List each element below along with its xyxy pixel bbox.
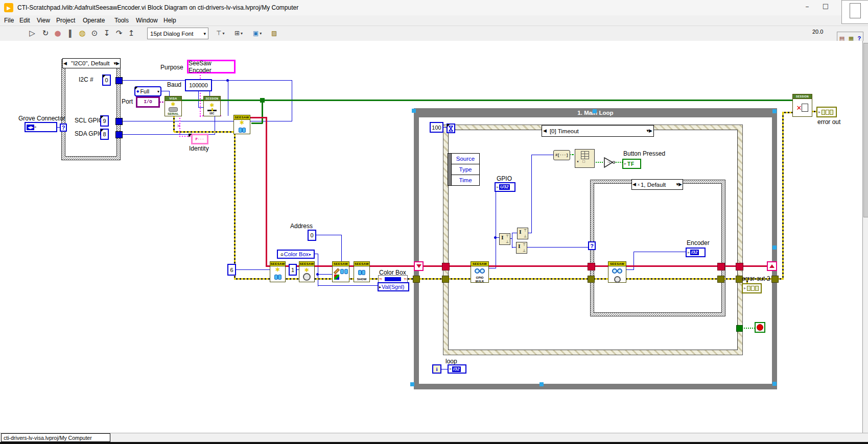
case-next-icon[interactable]: ▶	[678, 182, 682, 187]
tunnel[interactable]	[717, 276, 724, 283]
gpio-local-variable[interactable]: ▸ U32	[495, 182, 515, 192]
tunnel[interactable]	[442, 263, 450, 270]
inner-case-selector[interactable]: ◀ x 1, Default ▾ ▶	[631, 179, 683, 190]
maximize-button[interactable]: □	[819, 2, 832, 12]
case-selector-terminal[interactable]: ?	[60, 124, 67, 132]
loop-counter-indicator[interactable]: ▸ I32	[448, 364, 466, 374]
main-loop-right-border[interactable]	[772, 117, 777, 384]
address-constant[interactable]: 0	[308, 230, 316, 241]
timeout-constant[interactable]: 100	[430, 122, 443, 133]
main-loop-left-border[interactable]	[414, 117, 419, 384]
seesaw-neopixel-init-node[interactable]: SEESAW ∗	[270, 261, 286, 282]
grove-connector-control[interactable]: ◀▶ ▸	[25, 122, 57, 132]
tunnel[interactable]	[115, 118, 123, 125]
vertical-scrollbar[interactable]	[862, 41, 868, 433]
selection-handle[interactable]	[772, 109, 777, 113]
session-i2c-node[interactable]: SESSION ∗ I2C	[203, 96, 221, 116]
menu-project[interactable]: Project	[56, 16, 75, 25]
abort-icon[interactable]: ●	[52, 28, 63, 39]
resize-objects-button[interactable]: ▣▾	[251, 28, 263, 38]
case-prev-icon[interactable]: ◀	[632, 182, 636, 187]
event-data-time[interactable]: Time	[452, 175, 479, 185]
selection-handle[interactable]	[772, 382, 777, 386]
encoder-count-constant[interactable]: 1	[289, 264, 297, 276]
seesaw-encoder-init-node[interactable]: SEESAW ∗	[299, 261, 315, 282]
i2c-number-constant[interactable]: 0	[102, 75, 111, 86]
number-to-boolean-array-node[interactable]: #[···]	[553, 150, 570, 160]
shift-register-left[interactable]	[414, 261, 424, 271]
case-prev-icon[interactable]: ◀	[63, 61, 67, 66]
seesaw-set-pixel-color-node[interactable]: SEESAW	[332, 261, 349, 282]
tunnel[interactable]	[115, 77, 123, 84]
baud-constant[interactable]: 100000	[185, 79, 212, 91]
execution-target-tab[interactable]: cti-drivers-lv-visa.lvproj/My Computer	[1, 433, 110, 442]
event-next-icon[interactable]: ▶	[649, 129, 652, 133]
tunnel[interactable]	[588, 276, 595, 283]
selection-handle[interactable]	[412, 109, 416, 113]
menu-edit[interactable]: Edit	[19, 16, 30, 25]
run-continuous-icon[interactable]: ↻	[40, 28, 51, 39]
color-box-reference[interactable]: ⌂ Color Box ▸	[277, 250, 315, 259]
error-out-indicator[interactable]: ▸	[816, 107, 837, 117]
identity-constant[interactable]: P···	[191, 134, 208, 144]
session-close-node[interactable]: SESSION ✕	[792, 94, 812, 117]
index-array-node[interactable]: ∎˙ □	[575, 149, 595, 168]
tunnel[interactable]	[736, 263, 743, 270]
scl-gpio-constant[interactable]: 9	[100, 115, 109, 127]
selection-handle[interactable]	[772, 245, 777, 250]
tunnel[interactable]	[771, 276, 779, 283]
pause-icon[interactable]: ‖	[64, 28, 76, 39]
case-next-icon[interactable]: ▶	[116, 61, 120, 66]
distribute-objects-button[interactable]: ⊞▾	[233, 28, 244, 38]
color-box-indicator[interactable]: ?! ?!	[378, 275, 408, 283]
tunnel[interactable]	[115, 131, 123, 138]
seesaw-show-node[interactable]: SEESAW SHOW	[354, 261, 370, 282]
minimize-button[interactable]: –	[800, 2, 814, 12]
visa-serial-node[interactable]: VISA ∗ SERIAL	[165, 96, 182, 116]
clean-up-diagram-button[interactable]: ▨	[270, 28, 278, 38]
error-out-2-indicator[interactable]: ▸	[742, 283, 762, 293]
menu-help[interactable]: Help	[163, 16, 176, 25]
seesaw-init-node[interactable]: SEESAW ∗	[233, 115, 250, 134]
menu-operate[interactable]: Operate	[83, 16, 105, 25]
tunnel[interactable]	[717, 263, 725, 270]
tunnel[interactable]	[736, 325, 743, 332]
pixel-count-constant[interactable]: 6	[227, 264, 236, 276]
seesaw-encoder-position-node[interactable]: SEESAW	[608, 261, 626, 283]
event-selector-label[interactable]: [0] Timeout	[550, 128, 647, 134]
floating-window[interactable]	[841, 0, 868, 24]
swap-bytes-node[interactable]: I ⊤ ⊥	[517, 228, 528, 239]
menu-tools[interactable]: Tools	[114, 16, 129, 25]
sda-gpio-constant[interactable]: 8	[100, 129, 109, 140]
iteration-terminal[interactable]: i	[432, 364, 441, 374]
step-into-icon[interactable]: ↧	[101, 28, 112, 39]
val-signal-property-node[interactable]: ▸ Val(Sgnl)	[378, 282, 409, 291]
inner-case-selector-label[interactable]: 1, Default	[641, 182, 676, 188]
visa-resource-constant[interactable]: I/O	[136, 96, 160, 108]
align-objects-button[interactable]: ⊤▾	[215, 28, 226, 38]
scrollbar-thumb[interactable]	[863, 43, 868, 217]
not-gate[interactable]: ¬	[603, 157, 616, 168]
swap-bytes-node[interactable]: I ⊤ ⊥	[516, 242, 527, 254]
seesaw-gpio-bulk-node[interactable]: SEESAW GPIO BULK	[471, 261, 489, 283]
event-data-node[interactable]: Source Type Time	[448, 153, 480, 186]
stop-button-terminal[interactable]	[755, 322, 765, 333]
step-over-icon[interactable]: ↷	[113, 28, 125, 39]
case-selector-i2c0[interactable]: ◀ "I2C0", Default ▾ ▶	[62, 58, 121, 68]
inner-case-selector-terminal[interactable]: ?	[588, 241, 596, 250]
tunnel[interactable]	[413, 276, 420, 283]
timeout-hourglass-terminal[interactable]	[447, 124, 455, 133]
case-selector-label[interactable]: "I2C0", Default	[67, 60, 114, 66]
selection-handle[interactable]	[539, 382, 544, 386]
duplex-enum-constant[interactable]: ◆ Full ▾	[134, 86, 161, 96]
run-icon[interactable]: ▷	[27, 28, 38, 39]
encoder-indicator[interactable]: ▸ I32	[686, 248, 706, 257]
main-loop-bottom-border[interactable]	[414, 384, 777, 389]
button-pressed-indicator[interactable]: ▸ TF	[622, 159, 641, 169]
event-data-source[interactable]: Source	[452, 154, 479, 164]
shift-register-right[interactable]	[767, 261, 777, 271]
purpose-string-constant[interactable]: SeeSaw Encoder	[187, 60, 236, 73]
menu-window[interactable]: Window	[136, 16, 158, 25]
menu-file[interactable]: File	[4, 16, 14, 25]
menu-view[interactable]: View	[37, 16, 50, 25]
